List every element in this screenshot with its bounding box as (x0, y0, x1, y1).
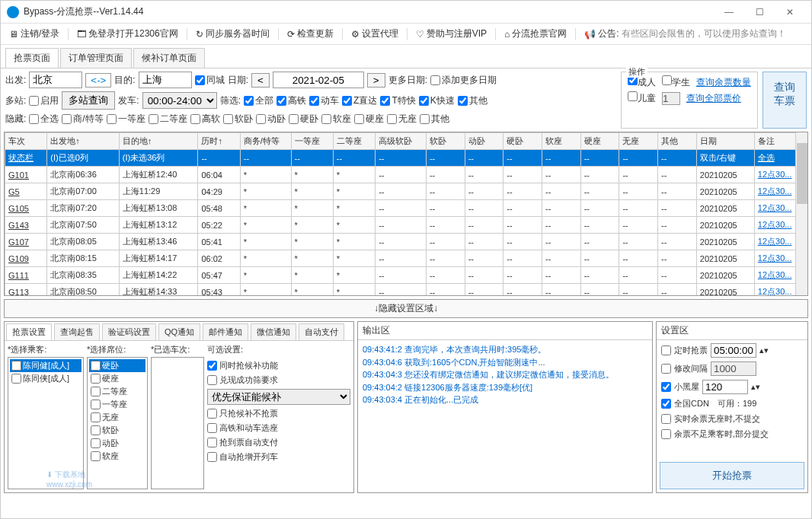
swap-button[interactable]: <-> (85, 73, 111, 88)
from-input[interactable] (29, 72, 82, 88)
table-header[interactable]: 出发地↑ (47, 133, 119, 150)
stab-autopay[interactable]: 自动支付 (299, 323, 344, 340)
table-row[interactable]: G5北京南07:00上海11:2904:29***---------------… (5, 183, 807, 200)
student-check[interactable] (662, 75, 672, 85)
open-12306-button[interactable]: 🗔 免登录打开12306官网 (73, 27, 181, 40)
filter-z[interactable] (342, 96, 352, 106)
hide-ruanzuo[interactable] (321, 114, 331, 124)
add-more-date-check[interactable] (430, 75, 440, 85)
seat-item[interactable]: 二等座 (89, 385, 145, 398)
seat-list[interactable]: 硬卧 硬座 二等座 一等座 无座 软卧 动卧 软座 (87, 357, 148, 489)
tab-waitlist-order[interactable]: 候补订单页面 (133, 48, 205, 68)
opt-priority-select[interactable]: 优先保证能候补 (207, 389, 350, 405)
hide-other[interactable] (420, 114, 430, 124)
official-site-button[interactable]: ⌂ 分流抢票官网 (500, 27, 571, 40)
hide-first[interactable] (107, 114, 117, 124)
close-button[interactable]: ✕ (775, 2, 805, 23)
output-log[interactable]: 09:43:41:2 查询完毕，本次查询共用时:395毫秒。09:43:04:6… (358, 340, 652, 492)
date-prev-button[interactable]: < (251, 73, 270, 88)
hide-dongwo[interactable] (256, 114, 266, 124)
opt-auto-add-train[interactable] (207, 452, 217, 462)
noseat-check[interactable] (661, 414, 671, 424)
seat-item[interactable]: 软卧 (89, 424, 145, 437)
stab-presale[interactable]: 查询起售 (54, 323, 100, 340)
table-header[interactable]: 高级软卧 (376, 133, 427, 150)
query-remain-link[interactable]: 查询余票数量 (696, 76, 751, 89)
filter-other[interactable] (458, 96, 468, 106)
stab-mail[interactable]: 邮件通知 (203, 323, 248, 340)
filter-k[interactable] (419, 96, 429, 106)
table-header[interactable]: 软座 (542, 133, 581, 150)
tab-order-manage[interactable]: 订单管理页面 (60, 48, 132, 68)
table-header[interactable]: 动卧 (465, 133, 504, 150)
table-row[interactable]: G105北京南07:20上海虹桥13:0805:48***-----------… (5, 200, 807, 217)
table-header[interactable]: 硬座 (580, 133, 619, 150)
blackroom-check[interactable] (661, 382, 671, 392)
start-grab-button[interactable]: 开始抢票 (660, 462, 804, 489)
stab-wechat[interactable]: 微信通知 (251, 323, 296, 340)
date-next-button[interactable]: > (367, 73, 385, 88)
filter-all[interactable] (244, 96, 254, 106)
filter-dongche[interactable] (309, 96, 319, 106)
passenger-list[interactable]: 陈同健[成人] 陈同侠[成人] (8, 357, 84, 489)
logout-login-button[interactable]: 🖥 注销/登录 (5, 27, 63, 40)
sync-time-button[interactable]: ↻ 同步服务器时间 (192, 27, 273, 40)
cdn-check[interactable] (661, 399, 671, 409)
minimize-button[interactable]: — (714, 2, 744, 23)
maximize-button[interactable]: ☐ (744, 2, 775, 23)
passenger-item[interactable]: 陈同健[成人] (10, 359, 82, 372)
table-header[interactable]: 车次 (5, 133, 47, 150)
table-header[interactable]: 目的地↑ (119, 133, 198, 150)
stab-grab[interactable]: 抢票设置 (6, 323, 52, 340)
child-check[interactable] (628, 91, 638, 101)
date-input[interactable] (273, 72, 364, 88)
table-header[interactable]: 软卧 (426, 133, 465, 150)
table-header[interactable]: 日期 (696, 133, 754, 150)
multi-query-button[interactable]: 多站查询 (62, 91, 115, 110)
table-header[interactable]: 历时↑ (198, 133, 240, 150)
notenough-check[interactable] (661, 429, 671, 439)
opt-only-waitlist[interactable] (207, 409, 217, 419)
table-header[interactable]: 商务/特等 (240, 133, 291, 150)
seat-item[interactable]: 无座 (89, 411, 145, 424)
table-row[interactable]: G109北京南08:15上海虹桥14:1706:02***-----------… (5, 250, 807, 267)
table-header[interactable]: 其他 (658, 133, 697, 150)
opt-waitlist[interactable] (207, 361, 217, 371)
filter-t[interactable] (380, 96, 390, 106)
same-city-check[interactable] (195, 75, 205, 85)
spinner-icon-2[interactable]: ▴▾ (751, 382, 760, 392)
seat-item[interactable]: 硬卧 (89, 359, 145, 372)
table-scrollbar[interactable] (795, 132, 807, 295)
opt-seat-select[interactable] (207, 423, 217, 433)
query-tickets-button[interactable]: 查询车票 (762, 72, 807, 129)
opt-redeem[interactable] (207, 375, 217, 385)
table-row[interactable]: G111北京南08:35上海虹桥14:2205:47***-----------… (5, 267, 807, 284)
sponsor-vip-button[interactable]: ♡ 赞助与注册VIP (412, 27, 491, 40)
timed-grab-check[interactable] (661, 345, 671, 355)
stab-qq[interactable]: QQ通知 (158, 323, 200, 340)
check-update-button[interactable]: ⟳ 检查更新 (283, 27, 337, 40)
passenger-item[interactable]: 陈同侠[成人] (10, 372, 82, 385)
table-header[interactable]: 二等座 (333, 133, 375, 150)
hide-ruanwo[interactable] (223, 114, 233, 124)
selected-train-list[interactable] (151, 357, 204, 489)
opt-auto-pay[interactable] (207, 438, 217, 447)
filter-gaotie[interactable] (277, 96, 286, 106)
enable-multi-check[interactable] (29, 96, 39, 106)
blackroom-value[interactable] (702, 380, 748, 394)
table-row[interactable]: G143北京南07:50上海虹桥13:1205:22***-----------… (5, 217, 807, 234)
tab-grab-page[interactable]: 抢票页面 (5, 48, 59, 68)
seat-item[interactable]: 一等座 (89, 398, 145, 411)
table-header[interactable]: 一等座 (291, 133, 333, 150)
table-header[interactable]: 硬卧 (504, 133, 542, 150)
stab-captcha[interactable]: 验证码设置 (102, 323, 156, 340)
table-row[interactable]: G107北京南08:05上海虹桥13:4605:41***-----------… (5, 234, 807, 250)
hide-wuzuo[interactable] (387, 114, 397, 124)
query-price-link[interactable]: 查询全部票价 (686, 92, 741, 105)
interval-check[interactable] (661, 364, 671, 374)
table-row[interactable]: G113北京南08:50上海虹桥14:3305:43***-----------… (5, 284, 807, 297)
hide-yingwo[interactable] (289, 114, 299, 124)
seat-item[interactable]: 动卧 (89, 437, 145, 450)
table-header[interactable]: 无座 (619, 133, 658, 150)
hide-settings-bar[interactable]: ↓隐藏设置区域↓ (4, 299, 808, 318)
